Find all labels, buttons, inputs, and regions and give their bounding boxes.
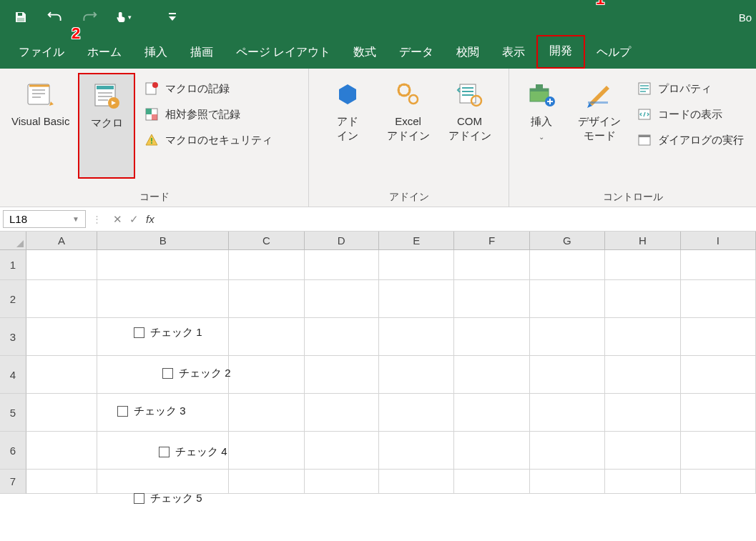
form-checkbox[interactable]: チェック 1 bbox=[134, 326, 202, 339]
cell[interactable] bbox=[379, 250, 454, 280]
relative-reference-button[interactable]: 相対参照で記録 bbox=[139, 104, 277, 124]
save-icon[interactable] bbox=[13, 9, 29, 25]
tab-file[interactable]: ファイル bbox=[7, 38, 76, 69]
cell[interactable] bbox=[379, 318, 454, 356]
col-header[interactable]: D bbox=[305, 232, 379, 250]
properties-button[interactable]: プロパティ bbox=[632, 79, 748, 99]
insert-controls-button[interactable]: 挿入⌄ bbox=[516, 73, 566, 148]
tab-draw[interactable]: 描画 bbox=[179, 38, 225, 69]
touch-mode-icon[interactable]: ▾ bbox=[116, 9, 132, 25]
form-checkbox[interactable]: チェック 4 bbox=[159, 445, 227, 459]
cell[interactable] bbox=[605, 394, 680, 432]
addins-button[interactable]: アド イン bbox=[323, 73, 373, 148]
row-header[interactable]: 4 bbox=[0, 356, 26, 394]
form-checkbox[interactable]: チェック 5 bbox=[134, 492, 202, 505]
col-header[interactable]: I bbox=[681, 232, 756, 250]
cell[interactable] bbox=[681, 394, 756, 432]
name-box[interactable]: L18 ▼ bbox=[3, 210, 86, 228]
cell[interactable] bbox=[379, 356, 454, 394]
select-all-corner[interactable] bbox=[0, 232, 26, 250]
formula-bar-options-icon[interactable]: ⋮ bbox=[89, 207, 104, 231]
cell[interactable] bbox=[530, 394, 605, 432]
checkbox-icon[interactable] bbox=[162, 368, 173, 379]
excel-addins-button[interactable]: Excel アドイン bbox=[383, 73, 434, 148]
tab-home[interactable]: ホーム bbox=[76, 38, 133, 69]
enter-formula-icon[interactable]: ✓ bbox=[129, 213, 139, 226]
cell[interactable] bbox=[454, 318, 529, 356]
cell[interactable] bbox=[26, 318, 98, 356]
checkbox-icon[interactable] bbox=[134, 327, 144, 338]
cell[interactable] bbox=[26, 432, 98, 470]
tab-data[interactable]: データ bbox=[388, 38, 445, 69]
cell[interactable] bbox=[605, 470, 680, 494]
tab-help[interactable]: ヘルプ bbox=[585, 38, 642, 69]
formula-input[interactable] bbox=[163, 207, 756, 231]
cell[interactable] bbox=[229, 394, 304, 432]
cell[interactable] bbox=[305, 470, 379, 494]
tab-insert[interactable]: 挿入 bbox=[133, 38, 179, 69]
row-header[interactable]: 2 bbox=[0, 280, 26, 318]
cell[interactable] bbox=[379, 470, 454, 494]
cell[interactable] bbox=[229, 250, 304, 280]
cell[interactable] bbox=[229, 470, 304, 494]
tab-formulas[interactable]: 数式 bbox=[342, 38, 388, 69]
cell[interactable] bbox=[605, 356, 680, 394]
cell[interactable] bbox=[681, 356, 756, 394]
row-header[interactable]: 1 bbox=[0, 250, 26, 280]
view-code-button[interactable]: コードの表示 bbox=[632, 104, 748, 124]
col-header[interactable]: C bbox=[229, 232, 304, 250]
cell[interactable] bbox=[454, 432, 529, 470]
cell[interactable] bbox=[379, 280, 454, 318]
cell[interactable] bbox=[530, 356, 605, 394]
design-mode-button[interactable]: デザイン モード bbox=[574, 73, 625, 148]
insert-function-icon[interactable]: fx bbox=[146, 213, 154, 225]
cell[interactable] bbox=[97, 280, 229, 318]
cell[interactable] bbox=[305, 250, 379, 280]
macro-security-button[interactable]: マクロのセキュリティ bbox=[139, 130, 277, 150]
com-addins-button[interactable]: COM アドイン bbox=[444, 73, 496, 148]
cell[interactable] bbox=[229, 318, 304, 356]
col-header[interactable]: A bbox=[26, 232, 98, 250]
redo-icon[interactable] bbox=[82, 9, 97, 25]
cell[interactable] bbox=[530, 318, 605, 356]
col-header[interactable]: E bbox=[379, 232, 454, 250]
row-header[interactable]: 3 bbox=[0, 318, 26, 356]
cell[interactable] bbox=[97, 250, 229, 280]
record-macro-button[interactable]: マクロの記録 bbox=[139, 79, 277, 99]
cell[interactable] bbox=[229, 280, 304, 318]
qat-customize-icon[interactable] bbox=[165, 9, 180, 25]
cancel-formula-icon[interactable]: ✕ bbox=[113, 213, 122, 226]
cell[interactable] bbox=[97, 470, 229, 494]
cell[interactable] bbox=[379, 394, 454, 432]
cell[interactable] bbox=[530, 280, 605, 318]
cell[interactable] bbox=[26, 470, 98, 494]
cell[interactable] bbox=[454, 394, 529, 432]
cell[interactable] bbox=[305, 432, 379, 470]
cell[interactable] bbox=[454, 470, 529, 494]
cell[interactable] bbox=[605, 318, 680, 356]
cell[interactable] bbox=[605, 280, 680, 318]
cell[interactable] bbox=[26, 250, 98, 280]
cell[interactable] bbox=[379, 432, 454, 470]
cell[interactable] bbox=[454, 280, 529, 318]
visual-basic-button[interactable]: Visual Basic bbox=[7, 73, 74, 133]
tab-view[interactable]: 表示 bbox=[491, 38, 536, 69]
undo-icon[interactable] bbox=[47, 9, 63, 25]
cell[interactable] bbox=[305, 356, 379, 394]
cell[interactable] bbox=[305, 280, 379, 318]
cell[interactable] bbox=[681, 432, 756, 470]
checkbox-icon[interactable] bbox=[134, 493, 144, 504]
col-header[interactable]: F bbox=[454, 232, 529, 250]
macros-button[interactable]: マクロ bbox=[78, 73, 135, 179]
cell[interactable] bbox=[530, 250, 605, 280]
cell[interactable] bbox=[229, 432, 304, 470]
tab-page-layout[interactable]: ページ レイアウト bbox=[225, 38, 342, 69]
cell[interactable] bbox=[26, 394, 98, 432]
cell[interactable] bbox=[605, 250, 680, 280]
name-box-dropdown-icon[interactable]: ▼ bbox=[72, 215, 79, 223]
col-header[interactable]: H bbox=[605, 232, 680, 250]
cell[interactable] bbox=[681, 250, 756, 280]
cell[interactable] bbox=[681, 280, 756, 318]
row-header[interactable]: 6 bbox=[0, 432, 26, 470]
cell[interactable] bbox=[681, 318, 756, 356]
